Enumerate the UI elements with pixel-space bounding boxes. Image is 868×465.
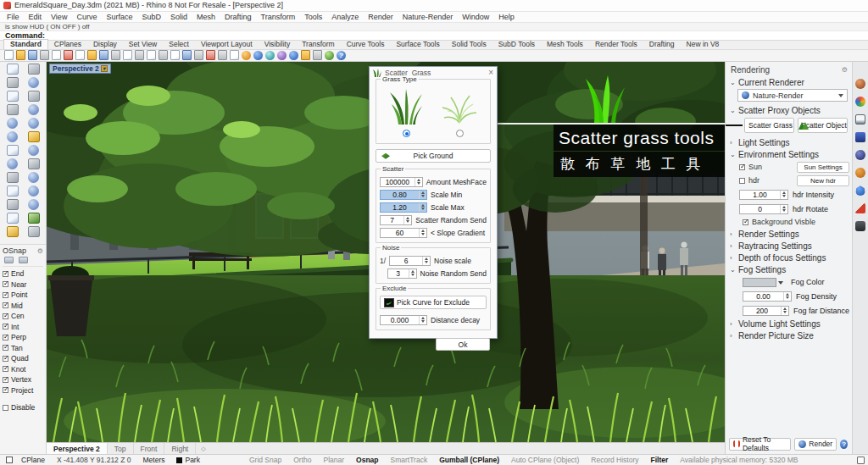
toolbar-tab-surface-tools[interactable]: Surface Tools xyxy=(390,40,445,49)
trim-tool-icon[interactable] xyxy=(28,158,40,169)
lamp-tool-icon[interactable] xyxy=(7,226,19,237)
surface-tool-icon[interactable] xyxy=(28,104,39,115)
hide-icon[interactable] xyxy=(218,50,227,60)
grass-type-1-image[interactable] xyxy=(388,87,424,125)
cut-icon[interactable] xyxy=(52,50,61,60)
background-visible-checkbox[interactable] xyxy=(743,219,748,225)
sun-settings-button[interactable]: Sun Settings xyxy=(797,162,849,173)
pan-icon[interactable] xyxy=(111,50,120,60)
menu-tools[interactable]: Tools xyxy=(304,13,322,21)
checkbox-icon[interactable] xyxy=(3,292,8,298)
toolbar-tab-standard[interactable]: Standard xyxy=(3,39,48,49)
checkbox-icon[interactable] xyxy=(3,324,8,329)
checkbox-icon[interactable] xyxy=(3,405,8,411)
toggle-auto-cplane[interactable]: Auto CPlane (Object) xyxy=(505,456,585,464)
osnap-tan[interactable]: Tan xyxy=(3,343,43,354)
status-cplane[interactable]: CPlane xyxy=(15,456,51,464)
osnap-near[interactable]: Near xyxy=(3,280,43,291)
toggle-record-history[interactable]: Record History xyxy=(585,456,644,464)
status-pane-icon[interactable] xyxy=(6,457,13,463)
viewport-title-tab[interactable]: Perspective 2 ▾ xyxy=(49,64,111,74)
rendered-view-icon[interactable] xyxy=(253,51,263,60)
toolbar-tab-transform[interactable]: Transform xyxy=(296,40,340,49)
noise-scale-input[interactable]: 6 xyxy=(389,256,431,266)
scatter-object-button[interactable]: Scatter Object xyxy=(798,118,848,133)
status-layer[interactable]: Park xyxy=(170,456,205,464)
osnap-cen[interactable]: Cen xyxy=(3,311,43,322)
box-tool-icon[interactable] xyxy=(7,118,18,129)
rotate-tool-icon[interactable] xyxy=(28,199,39,210)
control-point-curve-icon[interactable] xyxy=(7,77,19,88)
zoom-window-icon[interactable] xyxy=(147,50,156,60)
extrude-tool-icon[interactable] xyxy=(7,131,18,142)
eraser-icon[interactable] xyxy=(206,50,215,60)
toolbar-tab-display[interactable]: Display xyxy=(87,40,123,49)
grass-type-2-radio[interactable] xyxy=(456,130,464,137)
scatter-random-input[interactable]: 7 xyxy=(380,215,412,225)
circle-tool-icon[interactable] xyxy=(28,77,39,88)
section-dof-settings[interactable]: ›Depth of focus Settings xyxy=(729,252,849,263)
zoom-icon[interactable] xyxy=(135,50,144,60)
section-raytracing-settings[interactable]: ›Raytracing Settings xyxy=(729,240,849,252)
section-fog-settings[interactable]: ⌄Fog Settings xyxy=(729,263,849,275)
toggle-ortho[interactable]: Ortho xyxy=(287,456,317,464)
menu-view[interactable]: View xyxy=(51,13,67,21)
menu-subd[interactable]: SubD xyxy=(142,13,161,21)
layout-icon[interactable] xyxy=(313,50,322,60)
dim-tool-icon[interactable] xyxy=(7,213,19,224)
render-icon[interactable] xyxy=(289,51,298,60)
scatter-grass-button[interactable]: Scatter Grass xyxy=(744,118,794,133)
polyline-tool-icon[interactable] xyxy=(28,64,40,75)
section-volume-light[interactable]: ›Volume Light Settings xyxy=(729,318,849,329)
amount-meshface-input[interactable]: 100000 xyxy=(380,177,423,187)
notifications-panel-icon[interactable] xyxy=(855,185,865,196)
menu-curve[interactable]: Curve xyxy=(76,13,97,21)
material-icon[interactable] xyxy=(301,50,310,60)
lock-icon[interactable] xyxy=(230,50,239,60)
checkbox-icon[interactable] xyxy=(3,387,8,393)
section-scatter-proxy[interactable]: ⌄Scatter Proxy Objects xyxy=(729,104,849,116)
display-panel-icon[interactable] xyxy=(855,97,865,107)
new-hdr-button[interactable]: New hdr xyxy=(797,175,849,186)
menu-help[interactable]: Help xyxy=(498,13,515,21)
copy-icon[interactable] xyxy=(75,50,85,60)
sphere-tool-icon[interactable] xyxy=(28,118,39,129)
toggle-planar[interactable]: Planar xyxy=(318,456,351,464)
toolbar-tab-set-view[interactable]: Set View xyxy=(123,40,163,49)
perspective-viewport[interactable]: Perspective 2 ▾ Scatter grass tools 散 布 … xyxy=(47,62,725,442)
material-panel-icon[interactable] xyxy=(855,79,865,89)
toggle-osnap[interactable]: Osnap xyxy=(350,456,384,464)
split-tool-icon[interactable] xyxy=(7,172,19,183)
noise-random-input[interactable]: 3 xyxy=(387,268,417,279)
toolbar-tab-curve-tools[interactable]: Curve Tools xyxy=(341,40,391,49)
ok-button[interactable]: Ok xyxy=(436,338,490,351)
menu-transform[interactable]: Transform xyxy=(261,13,296,21)
render-button[interactable]: Render xyxy=(794,438,837,451)
section-render-settings[interactable]: ›Render Settings xyxy=(729,228,849,240)
osnap-quad[interactable]: Quad xyxy=(3,353,43,364)
status-units[interactable]: Meters xyxy=(136,456,170,464)
new-viewport-tab-icon[interactable]: ◇ xyxy=(196,443,210,454)
toolbar-tab-solid-tools[interactable]: Solid Tools xyxy=(446,40,492,49)
fog-density-input[interactable]: 0.00 xyxy=(743,291,792,302)
rectangle-tool-icon[interactable] xyxy=(28,91,40,102)
reset-to-defaults-button[interactable]: Reset To Defaults xyxy=(729,438,791,451)
toolbar-tab-subd-tools[interactable]: SubD Tools xyxy=(492,40,541,49)
section-render-picture-size[interactable]: ›Render Picture Size xyxy=(729,329,849,341)
viewport-tab-front[interactable]: Front xyxy=(134,443,165,454)
zoom-extents-icon[interactable] xyxy=(159,50,168,60)
curve-tool-icon[interactable] xyxy=(7,104,19,115)
menu-nature-render[interactable]: Nature-Render xyxy=(403,13,453,21)
section-environment-settings[interactable]: ⌄Environment Settings xyxy=(729,148,849,160)
viewport-tab-perspective-2[interactable]: Perspective 2 xyxy=(47,443,108,454)
panel-gear-icon[interactable]: ⚙ xyxy=(842,66,848,74)
osnap-project[interactable]: Project xyxy=(3,385,43,396)
hdr-rotate-input[interactable]: 0 xyxy=(739,204,788,214)
slope-gradient-input[interactable]: 60 xyxy=(380,228,427,238)
earth-anchor-icon[interactable] xyxy=(325,51,334,60)
scale-max-input[interactable]: 1.20 xyxy=(380,202,427,213)
osnap-point[interactable]: Point xyxy=(3,290,43,301)
render-panel-icon[interactable] xyxy=(855,150,865,160)
toggle-smarttrack[interactable]: SmartTrack xyxy=(385,456,434,464)
distance-decay-input[interactable]: 0.000 xyxy=(380,315,427,325)
